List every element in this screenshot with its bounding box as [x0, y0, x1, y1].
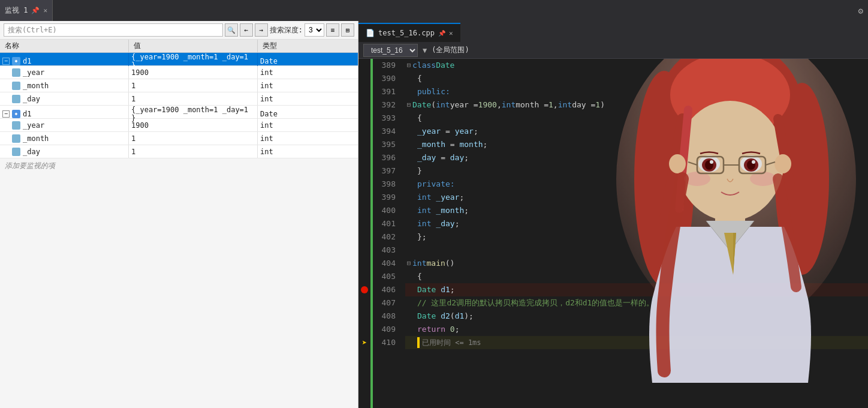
code-line: // 这里d2调用的默认拷贝构造完成拷贝，d2和d1的值也是一样的。	[405, 296, 868, 310]
code-line: _month = month;	[405, 138, 868, 151]
watch-cell-value: 1	[129, 145, 258, 158]
watch-cell-type: int	[258, 119, 330, 131]
code-line: Date d2(d1);	[405, 310, 868, 323]
watch-cell-name: _month	[0, 79, 129, 92]
watch-cell-name: _day	[0, 145, 129, 158]
watch-cell-name: _year	[0, 119, 129, 131]
col-value: 值	[129, 40, 258, 52]
code-line	[405, 244, 868, 257]
editor-tab[interactable]: 📄 test_5_16.cpp 📌 ✕	[358, 23, 460, 42]
code-line: private:	[405, 178, 868, 191]
nav-forward-btn[interactable]: →	[255, 23, 268, 37]
table-row[interactable]: _day 1 int	[0, 145, 358, 158]
watch-cell-name: _year	[0, 66, 129, 79]
line-numbers: 389 390 391 392 393 394 395 396 397 398 …	[373, 59, 400, 408]
watch-cell-value: 1	[129, 132, 258, 145]
watch-cell-type: int	[258, 79, 330, 92]
watch-cell-name: _day	[0, 92, 129, 105]
tab-pin-icon[interactable]: 📌	[438, 30, 445, 37]
code-line: };	[405, 230, 868, 244]
code-line: return 0;	[405, 323, 868, 336]
watch-cell-value: 1900	[129, 119, 258, 131]
nav-back-btn[interactable]: ←	[240, 23, 253, 37]
table-row[interactable]: − ◆ d1 {_year=1900 _month=1 _day=1 } Dat…	[0, 53, 358, 66]
code-line: {	[405, 270, 868, 283]
depth-select[interactable]: 3 1 2 4 5	[305, 23, 324, 37]
code-line: {	[405, 72, 868, 85]
scope-arrow: ▼	[423, 46, 427, 55]
code-line: }	[405, 164, 868, 178]
watch-tab-label: 监视 1	[5, 5, 28, 16]
code-line: int _month;	[405, 204, 868, 217]
code-line: Date d1;	[405, 283, 868, 296]
add-watch-row[interactable]: 添加要监视的项	[0, 158, 358, 173]
watch-cell-value: 1	[129, 79, 258, 92]
watch-cell-name: _month	[0, 132, 129, 145]
code-line: ⊟ class Date	[405, 59, 868, 72]
editor-header: test_5_16 ▼ (全局范围)	[358, 42, 868, 59]
scope-selector[interactable]: test_5_16	[363, 44, 418, 57]
toolbar-btn-1[interactable]: ≡	[326, 23, 339, 37]
table-row[interactable]: _year 1900 int	[0, 119, 358, 132]
search-input[interactable]: 搜索(Ctrl+E)	[4, 23, 223, 37]
pin-icon[interactable]: 📌	[31, 7, 40, 14]
search-icon-btn[interactable]: 🔍	[225, 23, 238, 37]
table-row[interactable]: _month 1 int	[0, 132, 358, 145]
close-icon[interactable]: ✕	[43, 7, 47, 14]
code-area: ⊟ class Date { public: ⊟	[400, 59, 868, 408]
code-line: ⊟ int main()	[405, 257, 868, 270]
code-line-current: 已用时间 <= 1ms	[405, 336, 868, 349]
code-editor-body: ➤ 389 390 391 392 393 394 395 396 397 39…	[358, 59, 868, 408]
watch-table: − ◆ d1 {_year=1900 _month=1 _day=1 } Dat…	[0, 53, 358, 408]
fold-icon-404[interactable]: ⊟	[405, 257, 412, 270]
watch-tab[interactable]: 监视 1 📌 ✕	[0, 0, 53, 21]
code-line: _year = year;	[405, 125, 868, 138]
toolbar-btn-2[interactable]: ⊞	[341, 23, 354, 37]
fold-icon[interactable]: ⊟	[405, 59, 412, 72]
settings-icon[interactable]: ⚙	[858, 6, 863, 16]
watch-cell-type: int	[258, 66, 330, 79]
editor-tab-label: test_5_16.cpp	[378, 29, 435, 37]
watch-cell-value: 1900	[129, 66, 258, 79]
watch-cell-type: int	[258, 145, 330, 158]
watch-cell-value: 1	[129, 92, 258, 105]
watch-cell-type: int	[258, 132, 330, 145]
breakpoint-dot[interactable]	[358, 283, 370, 296]
code-line: int _year;	[405, 191, 868, 204]
code-line: int _day;	[405, 217, 868, 230]
code-line: {	[405, 112, 868, 125]
table-row[interactable]: _year 1900 int	[0, 66, 358, 79]
table-row[interactable]: _month 1 int	[0, 79, 358, 92]
gutter: ➤	[358, 59, 370, 408]
current-line-arrow: ➤	[358, 336, 370, 349]
code-line: public:	[405, 85, 868, 98]
editor-tabs: 📄 test_5_16.cpp 📌 ✕	[358, 21, 868, 42]
col-type: 类型	[258, 40, 330, 52]
col-name: 名称	[0, 40, 129, 52]
watch-table-header: 名称 值 类型	[0, 40, 358, 53]
watch-cell-type: int	[258, 92, 330, 105]
table-row[interactable]: _day 1 int	[0, 92, 358, 106]
fold-icon-392[interactable]: ⊟	[405, 98, 412, 112]
file-icon: 📄	[366, 29, 375, 37]
table-row[interactable]: − ◆ d1 {_year=1900 _month=1 _day=1 } Dat…	[0, 106, 358, 119]
global-scope-label: (全局范围)	[432, 45, 469, 55]
depth-label: 搜索深度:	[270, 25, 303, 35]
code-line: ⊟ Date(int year = 1900, int month = 1, i…	[405, 98, 868, 112]
code-line: _day = day;	[405, 151, 868, 164]
tab-close-icon[interactable]: ✕	[449, 29, 453, 37]
